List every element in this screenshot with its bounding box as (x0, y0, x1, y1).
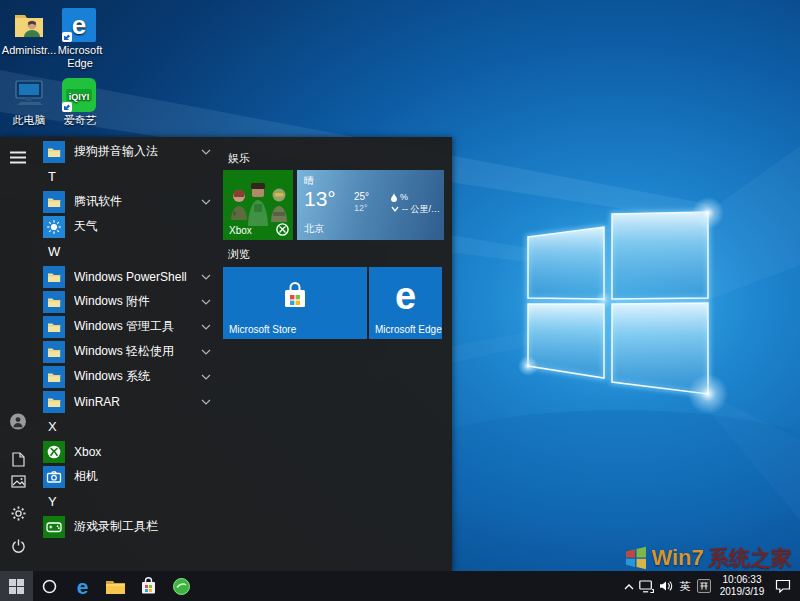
section-letter: T (48, 169, 56, 184)
app-list-item[interactable]: WinRAR (36, 389, 218, 414)
user-account-button[interactable] (10, 413, 26, 429)
app-label: 游戏录制工具栏 (74, 518, 218, 535)
app-label: 天气 (74, 218, 218, 235)
edge-icon: e (77, 576, 89, 597)
tile-xbox[interactable]: Xbox (223, 170, 293, 240)
taskbar-store-button[interactable] (132, 571, 165, 601)
desktop-icon-iqiyi[interactable]: iQIYI 爱奇艺 (51, 78, 109, 127)
gamebar-icon (43, 516, 65, 538)
app-label: 腾讯软件 (74, 193, 201, 210)
chevron-down-icon[interactable] (201, 149, 211, 155)
action-center-icon (775, 579, 791, 593)
folder-icon (43, 316, 65, 338)
tile-microsoft-edge[interactable]: e Microsoft Edge (369, 267, 442, 339)
svg-text:iQIYI: iQIYI (69, 92, 90, 102)
wind-arrow-icon (391, 206, 399, 213)
app-list-item[interactable]: Xbox (36, 439, 218, 464)
computer-icon (11, 78, 47, 112)
green-app-button[interactable] (165, 571, 198, 601)
tile-label: Microsoft Edge (375, 324, 442, 335)
tile-microsoft-store[interactable]: Microsoft Store (223, 267, 367, 339)
weather-high: 25° (354, 191, 369, 202)
windows-flag-icon (624, 546, 648, 570)
app-label: Windows 轻松使用 (74, 343, 201, 360)
start-button[interactable] (0, 571, 33, 601)
section-letter: Y (48, 494, 57, 509)
shortcut-arrow-icon (62, 32, 72, 42)
network-icon (639, 580, 654, 593)
humidity-droplet-icon (391, 193, 397, 202)
language-indicator[interactable]: 英 (676, 571, 694, 601)
folder-icon (43, 141, 65, 163)
app-label: 搜狗拼音输入法 (74, 143, 201, 160)
app-list-item[interactable]: Windows 轻松使用 (36, 339, 218, 364)
app-label: Windows 附件 (74, 293, 201, 310)
volume-tray-button[interactable] (656, 571, 676, 601)
taskbar-clock[interactable]: 10:06:33 2019/3/19 (714, 571, 770, 601)
pictures-button[interactable] (10, 473, 26, 489)
weather-wind: -- 公里/… (402, 203, 440, 215)
app-label: Windows 管理工具 (74, 318, 201, 335)
desktop-icon-label: 爱奇艺 (51, 114, 109, 127)
green-app-icon (173, 578, 190, 595)
folder-icon (106, 579, 125, 594)
tray-date: 2019/3/19 (720, 586, 765, 598)
start-menu-app-list: 搜狗拼音输入法T腾讯软件天气WWindows PowerShellWindows… (36, 139, 218, 539)
tile-weather[interactable]: 晴 13° 25° 12° % -- 公里/… 北京 (297, 170, 444, 240)
network-tray-button[interactable] (637, 571, 656, 601)
weather-humidity: % (400, 191, 408, 203)
xbox-icon (43, 441, 65, 463)
weather-low: 12° (354, 203, 368, 213)
cortana-circle-icon (42, 579, 57, 594)
chevron-down-icon[interactable] (201, 274, 211, 280)
app-list-item[interactable]: Windows PowerShell (36, 264, 218, 289)
chevron-down-icon[interactable] (201, 299, 211, 305)
file-explorer-button[interactable] (99, 571, 132, 601)
start-menu-tiles: 娱乐 Xbox (223, 137, 447, 571)
app-list-item[interactable]: Windows 系统 (36, 364, 218, 389)
tile-label: Xbox (229, 225, 252, 236)
power-button[interactable] (10, 538, 26, 554)
folder-icon (43, 266, 65, 288)
user-folder-icon (11, 8, 47, 42)
tile-group-title-browse: 浏览 (228, 247, 250, 262)
app-list-item[interactable]: 搜狗拼音输入法 (36, 139, 218, 164)
tile-label: Microsoft Store (229, 324, 296, 335)
app-list-section-W[interactable]: W (36, 239, 218, 264)
watermark: Win7 系统之家 (624, 544, 792, 572)
settings-button[interactable] (10, 505, 26, 521)
desktop-icon-label: Microsoft Edge (51, 44, 109, 70)
app-list-section-X[interactable]: X (36, 414, 218, 439)
app-list-item[interactable]: 相机 (36, 464, 218, 489)
app-list-item[interactable]: 腾讯软件 (36, 189, 218, 214)
app-label: 相机 (74, 468, 218, 485)
desktop-icon-microsoft-edge[interactable]: e Microsoft Edge (51, 8, 109, 70)
chevron-down-icon[interactable] (201, 199, 211, 205)
app-list-section-Y[interactable]: Y (36, 489, 218, 514)
system-tray: 英 10:06:33 2019/3/19 (621, 571, 800, 601)
hamburger-menu-button[interactable] (10, 149, 26, 165)
app-list-item[interactable]: 天气 (36, 214, 218, 239)
app-list-item[interactable]: 游戏录制工具栏 (36, 514, 218, 539)
desktop-icon-this-pc[interactable]: 此电脑 (0, 78, 58, 127)
chevron-down-icon[interactable] (201, 349, 211, 355)
watermark-prefix: Win7 (652, 545, 704, 571)
cortana-search-button[interactable] (33, 571, 66, 601)
app-label: Xbox (74, 445, 218, 459)
documents-button[interactable] (10, 451, 26, 467)
show-hidden-icons-button[interactable] (621, 571, 637, 601)
taskbar-edge-button[interactable]: e (66, 571, 99, 601)
app-list-item[interactable]: Windows 附件 (36, 289, 218, 314)
chevron-down-icon[interactable] (201, 324, 211, 330)
app-list-item[interactable]: Windows 管理工具 (36, 314, 218, 339)
chevron-down-icon[interactable] (201, 374, 211, 380)
xbox-sphere-icon (276, 223, 289, 236)
app-list-section-T[interactable]: T (36, 164, 218, 189)
chevron-down-icon[interactable] (201, 399, 211, 405)
desktop-icon-administrator[interactable]: Administr... (0, 8, 58, 57)
action-center-button[interactable] (770, 571, 796, 601)
ime-indicator-button[interactable] (694, 571, 714, 601)
section-letter: X (48, 419, 57, 434)
app-label: WinRAR (74, 395, 201, 409)
camera-icon (43, 466, 65, 488)
